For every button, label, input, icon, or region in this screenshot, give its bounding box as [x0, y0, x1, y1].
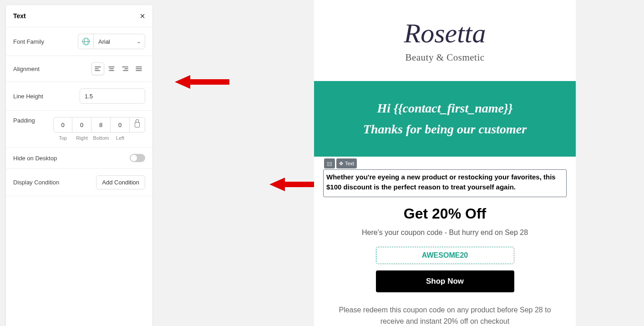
- globe-icon: [82, 38, 90, 45]
- selected-text-block[interactable]: Whether you're eyeing a new product or r…: [323, 169, 567, 197]
- greeting-line-1: Hi {{contact_first_name}}: [323, 101, 567, 116]
- columns-handle[interactable]: ▯▯: [324, 158, 335, 168]
- move-icon: ✥: [339, 161, 343, 167]
- align-center-button[interactable]: [105, 62, 118, 75]
- line-height-input[interactable]: [80, 88, 145, 104]
- svg-marker-13: [269, 178, 317, 191]
- alignment-label: Alignment: [13, 66, 40, 72]
- add-condition-button[interactable]: Add Condition: [96, 175, 145, 189]
- close-icon[interactable]: ×: [140, 11, 145, 20]
- font-family-value: Arial: [94, 38, 133, 45]
- chevron-down-icon: ⌄: [133, 38, 145, 45]
- brand-tagline: Beauty & Cosmetic: [405, 52, 484, 63]
- padding-left-label: Left: [111, 135, 130, 141]
- redeem-instructions: Please redeem this coupon code on any pr…: [314, 304, 576, 326]
- align-left-button[interactable]: [91, 62, 104, 75]
- coupon-code-box[interactable]: AWESOME20: [376, 247, 514, 264]
- alignment-group: [91, 62, 145, 75]
- line-height-row: Line Height: [6, 82, 152, 111]
- text-handle[interactable]: ✥ Text: [336, 158, 357, 168]
- email-preview: Rosetta Beauty & Cosmetic Hi {{contact_f…: [314, 0, 576, 326]
- padding-left-input[interactable]: 0: [111, 117, 130, 132]
- discount-heading: Get 20% Off: [314, 205, 576, 222]
- text-handle-label: Text: [345, 161, 354, 166]
- greeting-line-2: Thanks for being our customer: [323, 122, 567, 137]
- hide-on-desktop-row: Hide on Desktop: [6, 148, 152, 169]
- padding-top-input[interactable]: 0: [53, 117, 72, 132]
- brand-logo: Rosetta: [404, 18, 486, 49]
- padding-top-label: Top: [53, 135, 72, 141]
- hide-on-desktop-label: Hide on Desktop: [13, 155, 57, 162]
- panel-title: Text: [13, 12, 26, 20]
- align-right-button[interactable]: [119, 62, 132, 75]
- font-family-select[interactable]: Arial ⌄: [78, 34, 145, 49]
- display-condition-row: Display Condition Add Condition: [6, 169, 152, 196]
- arrow-annotation-1: [175, 74, 229, 92]
- panel-spacer: [6, 196, 152, 326]
- columns-icon: ▯▯: [327, 161, 332, 167]
- block-handles: ▯▯ ✥ Text: [324, 158, 357, 168]
- shop-now-button[interactable]: Shop Now: [376, 270, 514, 292]
- arrow-annotation-2: [269, 177, 317, 194]
- padding-row: Padding 0 0 8 0 Top Right Bottom Left: [6, 111, 152, 148]
- padding-group: 0 0 8 0 Top Right Bottom Left: [53, 117, 145, 141]
- padding-lock-button[interactable]: [130, 117, 145, 132]
- line-height-label: Line Height: [13, 93, 43, 100]
- alignment-row: Alignment: [6, 56, 152, 82]
- padding-label: Padding: [13, 117, 35, 124]
- align-justify-icon: [136, 66, 142, 71]
- lock-icon: [135, 122, 140, 127]
- align-left-icon: [95, 66, 101, 71]
- padding-bottom-input[interactable]: 8: [91, 117, 111, 132]
- align-center-icon: [108, 66, 115, 71]
- padding-right-input[interactable]: 0: [72, 117, 91, 132]
- padding-labels: Top Right Bottom Left: [53, 135, 145, 141]
- padding-bottom-label: Bottom: [91, 135, 111, 141]
- logo-section: Rosetta Beauty & Cosmetic: [314, 0, 576, 81]
- text-block-container: ▯▯ ✥ Text Whether you're eyeing a new pr…: [314, 169, 576, 197]
- align-right-icon: [122, 66, 128, 71]
- align-justify-button[interactable]: [132, 62, 145, 75]
- font-family-label: Font Family: [13, 38, 44, 45]
- padding-inputs: 0 0 8 0: [53, 117, 145, 132]
- globe-icon-box: [78, 34, 94, 49]
- toggle-knob: [131, 155, 137, 161]
- svg-marker-12: [175, 75, 229, 89]
- display-condition-label: Display Condition: [13, 179, 59, 186]
- greeting-section: Hi {{contact_first_name}} Thanks for bei…: [314, 81, 576, 157]
- coupon-subtitle: Here's your coupon code - But hurry end …: [314, 229, 576, 237]
- hide-on-desktop-toggle[interactable]: [130, 154, 145, 162]
- font-family-row: Font Family Arial ⌄: [6, 27, 152, 56]
- panel-header: Text ×: [6, 5, 152, 27]
- padding-right-label: Right: [72, 135, 91, 141]
- text-settings-panel: Text × Font Family Arial ⌄ Alignment: [5, 5, 153, 326]
